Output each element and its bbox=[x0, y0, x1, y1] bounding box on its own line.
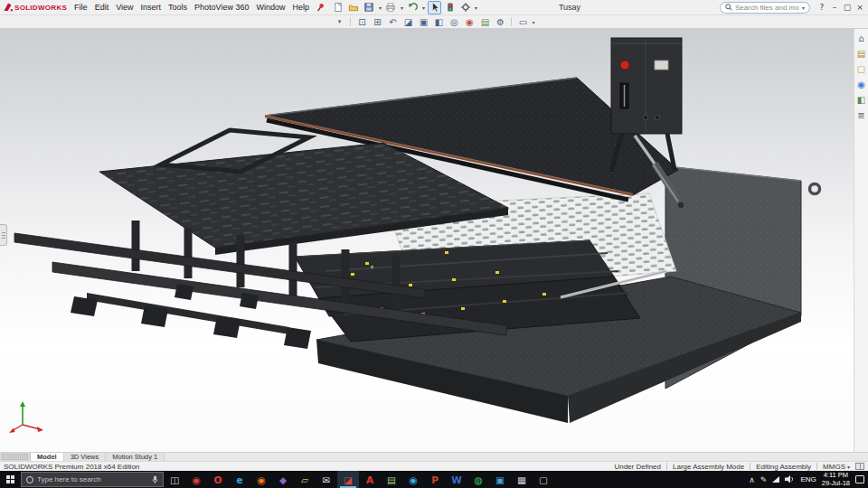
internet-explorer-icon[interactable]: e bbox=[229, 471, 250, 488]
firefox-icon[interactable]: ◉ bbox=[250, 471, 272, 488]
document-tab[interactable]: 3D Views bbox=[64, 453, 107, 461]
new-document-icon[interactable] bbox=[332, 1, 345, 14]
search-placeholder: Search files and models bbox=[735, 4, 799, 12]
windows-taskbar: Type here to search ◫◉Oe◉◆▱✉◪A▤◉PW◍▣▦▢ ∧… bbox=[0, 471, 868, 488]
chrome-icon[interactable]: ◉ bbox=[185, 471, 207, 488]
calculator-icon[interactable]: ▦ bbox=[511, 471, 533, 488]
menu-item[interactable]: View bbox=[112, 1, 137, 14]
start-button[interactable] bbox=[0, 471, 21, 488]
solidworks-icon[interactable]: ◪ bbox=[337, 471, 359, 488]
print-icon[interactable] bbox=[384, 1, 398, 14]
section-view-icon[interactable]: ◪ bbox=[401, 16, 414, 28]
edition-label: SOLIDWORKS Premium 2018 x64 Edition bbox=[4, 463, 139, 471]
menu-item[interactable]: Tools bbox=[165, 1, 191, 14]
display-style-icon[interactable]: ◧ bbox=[432, 16, 445, 28]
scene-icon[interactable]: ◧ bbox=[857, 96, 865, 105]
assembly-mode-label[interactable]: Large Assembly Mode bbox=[673, 463, 744, 471]
design-library-icon[interactable]: ▤ bbox=[857, 50, 865, 59]
menu-item[interactable]: Window bbox=[252, 1, 288, 14]
opera-icon[interactable]: O bbox=[207, 471, 229, 488]
status-pane-icon[interactable] bbox=[855, 463, 864, 470]
acrobat-icon[interactable]: A bbox=[359, 471, 381, 488]
dropdown-caret-icon[interactable]: ▾ bbox=[401, 5, 403, 11]
close-button[interactable]: × bbox=[854, 3, 866, 12]
pen-tray-icon[interactable]: ✎ bbox=[760, 475, 768, 484]
menu-item[interactable]: Edit bbox=[91, 1, 113, 14]
menu-item[interactable]: PhotoView 360 bbox=[191, 1, 252, 14]
minimize-button[interactable]: – bbox=[828, 3, 841, 12]
dropdown-caret-icon[interactable]: ▾ bbox=[379, 5, 382, 11]
document-title: Tusay bbox=[559, 3, 580, 12]
custom-properties-icon[interactable]: ≣ bbox=[857, 111, 864, 120]
save-icon[interactable] bbox=[363, 1, 376, 14]
taskbar-search-box[interactable]: Type here to search bbox=[21, 472, 164, 487]
main-area: ⌂▤▢◉◧≣ bbox=[0, 29, 868, 452]
dropdown-caret-icon[interactable]: ▾ bbox=[532, 19, 534, 25]
mail-icon[interactable]: ✉ bbox=[316, 471, 337, 488]
apply-scene-icon[interactable]: ▤ bbox=[478, 16, 491, 28]
zoom-fit-icon[interactable]: ⊡ bbox=[355, 16, 368, 28]
action-center-icon[interactable] bbox=[855, 475, 864, 483]
constraint-status-label: Under Defined bbox=[614, 463, 661, 471]
document-tab[interactable]: Model bbox=[31, 453, 64, 461]
microphone-icon[interactable] bbox=[152, 475, 158, 484]
menu-item[interactable]: Help bbox=[288, 1, 313, 14]
language-indicator[interactable]: ENG bbox=[800, 475, 816, 483]
powerpoint-icon[interactable]: P bbox=[424, 471, 446, 488]
whatsapp-icon[interactable]: ◍ bbox=[467, 471, 489, 488]
tray-expand-icon[interactable]: ∧ bbox=[749, 475, 755, 484]
panel-splitter[interactable] bbox=[0, 224, 7, 246]
system-tray: ∧ ✎ ENG 4:11 PM 29-Jul-18 bbox=[745, 471, 868, 488]
notepad-icon[interactable]: ▤ bbox=[381, 471, 402, 488]
clock[interactable]: 4:11 PM 29-Jul-18 bbox=[822, 472, 850, 487]
home-icon[interactable]: ⌂ bbox=[858, 34, 863, 43]
arrow-caret-icon[interactable]: ▾ bbox=[333, 16, 345, 28]
solidworks-logo: SOLIDWORKS bbox=[2, 3, 71, 12]
zoom-area-icon[interactable]: ⊞ bbox=[371, 16, 383, 28]
tab-scroller[interactable] bbox=[0, 453, 31, 461]
view-settings-icon[interactable]: ⚙ bbox=[494, 16, 506, 28]
menu-item[interactable]: File bbox=[71, 1, 91, 14]
logo-text: SOLIDWORKS bbox=[14, 4, 67, 12]
photos-icon[interactable]: ▣ bbox=[489, 471, 511, 488]
viewport-canvas[interactable] bbox=[0, 29, 854, 452]
taskbar-apps: ◫◉Oe◉◆▱✉◪A▤◉PW◍▣▦▢ bbox=[164, 471, 554, 488]
rebuild-icon[interactable] bbox=[443, 1, 457, 14]
previous-view-icon[interactable]: ↶ bbox=[386, 16, 399, 28]
file-explorer-icon[interactable]: ▢ bbox=[857, 65, 865, 74]
dropdown-caret-icon[interactable]: ▾ bbox=[475, 5, 477, 11]
volume-icon[interactable] bbox=[785, 475, 795, 483]
hide-show-icon[interactable]: ◎ bbox=[448, 16, 460, 28]
skype-icon[interactable]: ◉ bbox=[402, 471, 424, 488]
dropdown-caret-icon: ▾ bbox=[847, 464, 850, 470]
visual-studio-icon[interactable]: ◆ bbox=[272, 471, 294, 488]
view-orientation-icon[interactable]: ▣ bbox=[417, 16, 429, 28]
help-button[interactable]: ? bbox=[816, 3, 828, 12]
appearances-icon[interactable]: ◉ bbox=[857, 80, 865, 89]
select-tool-icon[interactable] bbox=[428, 1, 441, 14]
word-icon[interactable]: W bbox=[446, 471, 467, 488]
search-dropdown-icon[interactable]: ▾ bbox=[802, 5, 805, 11]
monitor-icon[interactable]: ▭ bbox=[516, 16, 529, 28]
document-tab[interactable]: Motion Study 1 bbox=[106, 453, 165, 461]
taskbar-search-placeholder: Type here to search bbox=[37, 475, 148, 483]
menu-item[interactable]: Insert bbox=[137, 1, 165, 14]
toolbar-separator bbox=[350, 17, 351, 26]
graphics-viewport[interactable] bbox=[0, 29, 854, 452]
task-view-icon[interactable]: ◫ bbox=[164, 471, 185, 488]
emergency-button[interactable] bbox=[620, 61, 629, 70]
file-explorer-icon[interactable]: ▱ bbox=[294, 471, 316, 488]
undo-icon[interactable] bbox=[406, 1, 420, 14]
units-selector[interactable]: MMGS▾ bbox=[823, 463, 850, 471]
file-search-box[interactable]: Search files and models ▾ bbox=[720, 2, 810, 14]
snipping-tool-icon[interactable]: ▢ bbox=[533, 471, 554, 488]
date-label: 29-Jul-18 bbox=[822, 480, 850, 488]
network-icon[interactable] bbox=[772, 476, 779, 483]
dropdown-caret-icon[interactable]: ▾ bbox=[422, 5, 425, 11]
edit-appearance-icon[interactable]: ◉ bbox=[463, 16, 476, 28]
options-gear-icon[interactable] bbox=[458, 1, 472, 14]
document-tabs-bar: Model3D ViewsMotion Study 1 bbox=[0, 452, 868, 461]
pin-icon[interactable] bbox=[316, 3, 325, 13]
maximize-button[interactable]: ▢ bbox=[841, 3, 854, 12]
open-icon[interactable] bbox=[347, 1, 361, 14]
